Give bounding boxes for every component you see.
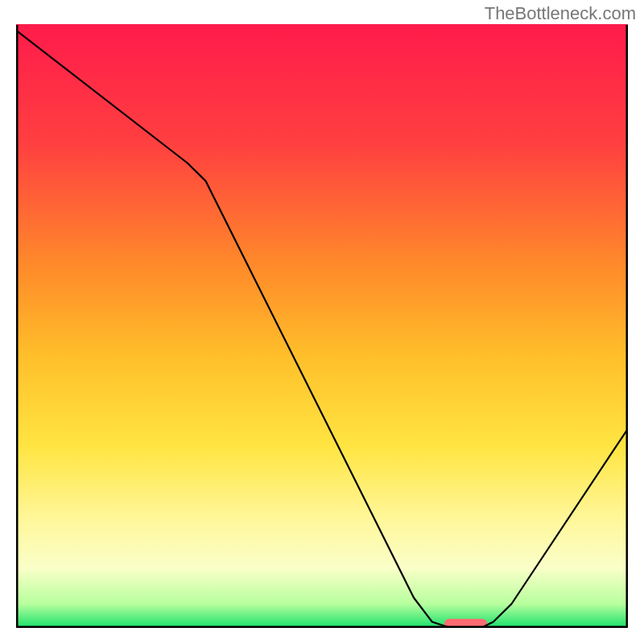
gradient-background (16, 24, 628, 628)
bottleneck-chart: TheBottleneck.com (0, 0, 644, 644)
optimal-marker (444, 619, 487, 631)
watermark: TheBottleneck.com (485, 3, 636, 24)
chart-svg (0, 0, 644, 644)
